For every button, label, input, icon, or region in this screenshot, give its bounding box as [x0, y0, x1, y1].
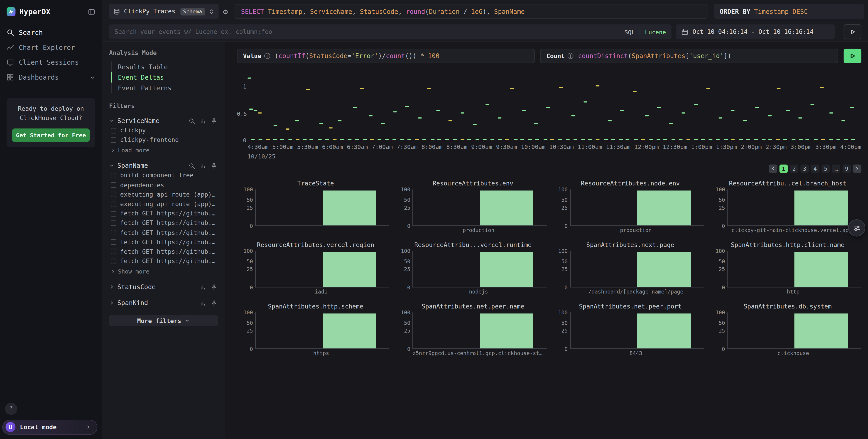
pagination-page-5[interactable]: 5 [822, 165, 830, 173]
show-more-button[interactable]: Show more [109, 267, 218, 276]
facet-chart-resourceattributes-env[interactable]: ResourceAttributes.env10050250production [399, 180, 547, 241]
pagination-next[interactable] [853, 165, 861, 173]
bar[interactable] [480, 314, 533, 348]
checkbox[interactable] [111, 173, 116, 178]
bar[interactable] [480, 191, 533, 226]
checkbox[interactable] [111, 192, 116, 197]
facet-chart-resourceattribu-vercel-runtime[interactable]: ResourceAttribu...vercel.runtime10050250… [399, 241, 547, 302]
facet-option[interactable]: executing api route (app)… [109, 190, 218, 199]
search-input[interactable] [115, 28, 621, 35]
sidebar-item-dashboards[interactable]: Dashboards [0, 70, 102, 85]
checkbox[interactable] [111, 259, 116, 264]
facet-option[interactable]: build component tree [109, 171, 218, 180]
facet-option[interactable]: fetch GET https://github.… [109, 218, 218, 228]
pagination-page-9[interactable]: 9 [843, 165, 851, 173]
pagination-page-4[interactable]: 4 [811, 165, 819, 173]
bar[interactable] [322, 191, 376, 226]
event-deltas-chart[interactable]: 10.50 4:30am5:00am5:30am6:00am6:30am7:00… [237, 70, 861, 162]
language-toggle-sql[interactable]: SQL [625, 29, 635, 35]
order-by-editor[interactable]: ORDER BY Timestamp DESC [714, 4, 864, 19]
sidebar-item-search[interactable]: Search [0, 25, 102, 40]
pagination-page-2[interactable]: 2 [790, 165, 798, 173]
checkbox[interactable] [111, 137, 116, 143]
pin-icon[interactable] [211, 300, 217, 306]
facet-chart-spanattributes-http-scheme[interactable]: SpanAttributes.http.scheme10050250https [242, 302, 389, 364]
gear-icon[interactable]: ⚙ [223, 7, 228, 15]
checkbox[interactable] [111, 201, 116, 207]
pin-icon[interactable] [211, 163, 217, 169]
facet-option[interactable]: dependencies [109, 180, 218, 190]
pin-icon[interactable] [211, 284, 217, 290]
bar[interactable] [322, 252, 376, 287]
facet-chart-spanattributes-net-peer-port[interactable]: SpanAttributes.net.peer.port100502508443 [557, 302, 704, 364]
facet-group-statuscode[interactable]: StatusCode [109, 282, 218, 292]
facet-group-spanname[interactable]: SpanName [109, 161, 218, 171]
facet-chart-spanattributes-db-system[interactable]: SpanAttributes.db.system10050250clickhou… [714, 302, 861, 364]
checkbox[interactable] [111, 249, 116, 255]
chart-icon[interactable] [200, 300, 206, 306]
bar[interactable] [795, 191, 848, 226]
get-started-button[interactable]: Get Started for Free [12, 128, 90, 142]
more-filters-button[interactable]: More filters [109, 315, 218, 326]
checkbox[interactable] [111, 239, 116, 245]
search-icon[interactable] [189, 118, 195, 124]
chart-icon[interactable] [200, 118, 206, 124]
bar[interactable] [480, 252, 533, 287]
facet-chart-spanattributes-next-page[interactable]: SpanAttributes.next.page10050250/dashboa… [557, 241, 704, 302]
search-run-button[interactable] [844, 24, 861, 39]
facet-option[interactable]: fetch GET https://github.… [109, 237, 218, 247]
analysis-mode-event-patterns[interactable]: Event Patterns [111, 83, 218, 93]
pagination-prev[interactable] [769, 165, 777, 173]
pagination-page-3[interactable]: 3 [800, 165, 809, 173]
facet-chart-resourceattributes-vercel-region[interactable]: ResourceAttributes.vercel.region10050250… [242, 241, 389, 302]
local-mode-button[interactable]: U Local mode [2, 420, 98, 435]
checkbox[interactable] [111, 221, 116, 226]
bar[interactable] [795, 252, 848, 287]
checkbox[interactable] [111, 230, 116, 235]
chart-icon[interactable] [200, 284, 206, 290]
facet-option[interactable]: fetch GET https://github.… [109, 257, 218, 266]
facet-chart-spanattributes-http-client-name[interactable]: SpanAttributes.http.client.name10050250h… [714, 241, 861, 302]
pagination-page-[interactable]: … [832, 165, 840, 173]
chart-icon[interactable] [200, 163, 206, 169]
facet-chart-resourceattributes-node-env[interactable]: ResourceAttributes.node.env10050250produ… [557, 180, 704, 241]
language-toggle-lucene[interactable]: Lucene [645, 29, 666, 35]
bar[interactable] [637, 314, 690, 348]
facet-chart-spanattributes-net-peer-name[interactable]: SpanAttributes.net.peer.name10050250z5nr… [399, 302, 547, 364]
checkbox[interactable] [111, 211, 116, 216]
value-expression-input[interactable]: Value ⓘ (countIf(StatusCode='Error')/cou… [237, 49, 535, 63]
chart-settings-floating-button[interactable] [848, 219, 865, 236]
sidebar-item-client-sessions[interactable]: Client Sessions [0, 55, 102, 70]
bar[interactable] [322, 314, 376, 348]
source-select[interactable]: ClickPy Traces Schema [109, 4, 219, 19]
timeline-plot[interactable] [248, 74, 861, 140]
bar[interactable] [637, 252, 690, 287]
facet-option[interactable]: fetch GET https://github.… [109, 228, 218, 237]
checkbox[interactable] [111, 182, 116, 188]
facet-option[interactable]: clickpy-frontend [109, 135, 218, 145]
sql-editor[interactable]: SELECT Timestamp, ServiceName, StatusCod… [235, 4, 708, 19]
pin-icon[interactable] [211, 118, 217, 124]
facet-option[interactable]: fetch GET https://github.… [109, 247, 218, 257]
pagination-page-1[interactable]: 1 [779, 165, 788, 173]
search-icon[interactable] [189, 163, 195, 169]
analysis-mode-results-table[interactable]: Results Table [111, 61, 218, 72]
facet-option[interactable]: executing api route (app)… [109, 199, 218, 209]
facet-option[interactable]: fetch GET https://github.… [109, 209, 218, 218]
bar[interactable] [637, 191, 690, 226]
facet-group-servicename[interactable]: ServiceName [109, 116, 218, 126]
sidebar-item-chart-explorer[interactable]: Chart Explorer [0, 40, 102, 55]
load-more-button[interactable]: Load more [109, 146, 218, 155]
sidebar-collapse-icon[interactable] [88, 8, 95, 15]
date-range-picker[interactable]: Oct 10 04:16:14 - Oct 10 16:16:14 [676, 24, 835, 39]
help-button[interactable]: ? [5, 403, 17, 415]
facet-chart-tracestate[interactable]: TraceState10050250 [242, 180, 389, 241]
count-expression-input[interactable]: Count ⓘ countDistinct(SpanAttributes['us… [540, 49, 838, 63]
analysis-mode-event-deltas[interactable]: Event Deltas [111, 72, 218, 82]
checkbox[interactable] [111, 128, 116, 133]
facet-option[interactable]: clickpy [109, 126, 218, 135]
bar[interactable] [795, 314, 848, 348]
facet-group-spankind[interactable]: SpanKind [109, 298, 218, 308]
run-query-button[interactable] [844, 49, 861, 63]
facet-chart-resourceattribu-cel-branch-host[interactable]: ResourceAttribu..cel.branch_host10050250… [714, 180, 861, 241]
